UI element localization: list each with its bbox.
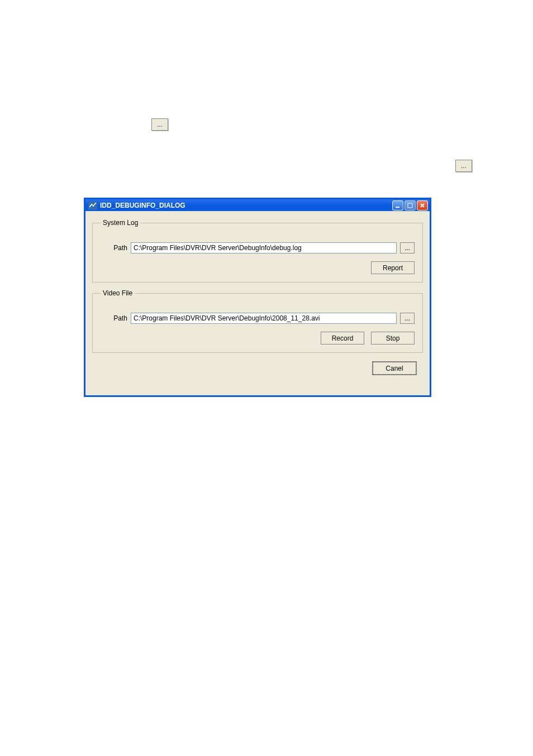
record-button[interactable]: Record [321, 332, 364, 344]
video-file-legend: Video File [101, 289, 135, 297]
video-file-path-input[interactable] [131, 313, 397, 324]
window-title: IDD_DEBUGINFO_DIALOG [100, 202, 392, 209]
system-log-path-row: Path ... [101, 242, 415, 253]
maximize-button [404, 200, 416, 210]
svg-rect-6 [408, 203, 412, 208]
debuginfo-dialog: IDD_DEBUGINFO_DIALOG System Log Path .. [84, 198, 431, 397]
system-log-group: System Log Path ... Report [92, 219, 423, 283]
video-file-group: Video File Path ... Record Stop [92, 289, 423, 353]
video-file-browse-button[interactable]: ... [400, 313, 415, 324]
minimize-button[interactable] [392, 200, 403, 210]
close-button[interactable] [417, 200, 428, 210]
app-icon [88, 201, 97, 210]
window-controls [392, 200, 428, 210]
svg-rect-5 [396, 207, 399, 208]
system-log-path-input[interactable] [131, 242, 397, 253]
video-file-path-label: Path [101, 314, 127, 322]
system-log-browse-button[interactable]: ... [400, 242, 415, 253]
system-log-path-label: Path [101, 244, 127, 252]
system-log-button-row: Report [101, 261, 415, 274]
stop-button[interactable]: Stop [371, 332, 415, 344]
svg-point-2 [91, 204, 92, 205]
svg-point-1 [89, 206, 91, 207]
cancel-button[interactable]: Canel [373, 362, 416, 375]
dialog-client-area: System Log Path ... Report Video File Pa… [85, 211, 430, 380]
svg-point-3 [93, 205, 94, 207]
system-log-legend: System Log [101, 219, 140, 227]
report-button[interactable]: Report [371, 261, 415, 274]
video-file-button-row: Record Stop [101, 332, 415, 344]
titlebar[interactable]: IDD_DEBUGINFO_DIALOG [84, 198, 431, 211]
svg-point-4 [95, 203, 96, 204]
dialog-footer: Canel [92, 360, 423, 375]
video-file-path-row: Path ... [101, 313, 415, 324]
stray-browse-button-2[interactable]: ... [455, 160, 472, 172]
stray-browse-button-1[interactable]: ... [151, 118, 168, 131]
